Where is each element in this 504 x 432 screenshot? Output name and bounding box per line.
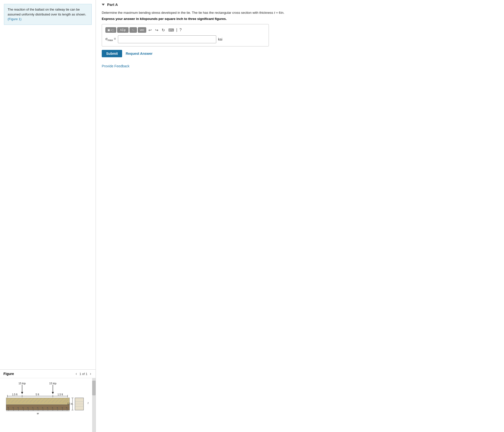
sigma-label: σmax = <box>105 37 116 42</box>
figure-prev-button[interactable]: ‹ <box>75 372 78 376</box>
svg-text:5 ft: 5 ft <box>36 393 39 396</box>
thickness-formula: t <box>274 11 275 14</box>
svg-text:t: t <box>88 402 89 404</box>
unit-label: ksi <box>218 37 222 41</box>
svg-text:15 kip: 15 kip <box>18 382 26 385</box>
question-text-main: Determine the maximum bending stress dev… <box>102 11 273 14</box>
greek-button[interactable]: AΣφ <box>117 27 129 33</box>
undo-icon: ↩ <box>148 28 152 32</box>
svg-text:1.5 ft: 1.5 ft <box>12 393 17 396</box>
redo-button[interactable]: ↪ <box>154 27 159 33</box>
matrix-icon: ▣ <box>107 28 110 32</box>
vec-label: vec <box>140 28 144 32</box>
figure-header: Figure ‹ 1 of 1 › <box>0 370 96 378</box>
refresh-icon: ↻ <box>162 28 165 32</box>
part-header: Part A <box>102 2 498 7</box>
figure-scrollbar-thumb <box>92 381 96 395</box>
answer-container: ▣ √▢ AΣφ ↑↓ vec ↩ ↪ ↻ ⌨ | <box>102 24 269 46</box>
input-row: σmax = ksi <box>105 35 265 43</box>
left-panel: The reaction of the ballast on the railw… <box>0 0 96 432</box>
right-panel: Part A Determine the maximum bending str… <box>96 0 504 432</box>
redo-icon: ↪ <box>155 28 158 32</box>
buttons-row: Submit Request Answer <box>102 50 498 57</box>
figure-canvas: 15 kip 15 kip 1.5 ft <box>0 378 96 432</box>
help-icon: ? <box>179 28 182 32</box>
sqrt-icon: √▢ <box>111 29 114 31</box>
svg-rect-14 <box>6 398 70 405</box>
bold-instruction: Express your answer in kilopounds per sq… <box>102 17 498 21</box>
figure-nav: ‹ 1 of 1 › <box>75 372 92 376</box>
keyboard-button[interactable]: ⌨ <box>167 27 175 33</box>
provide-feedback-link[interactable]: Provide Feedback <box>102 64 130 68</box>
arrows-label: ↑↓ <box>132 28 135 32</box>
svg-text:12 in.: 12 in. <box>67 403 73 405</box>
figure-title: Figure <box>3 372 14 376</box>
svg-text:1.5 ft: 1.5 ft <box>58 393 63 396</box>
greek-label: AΣφ <box>120 28 126 32</box>
part-label: Part A <box>107 2 118 7</box>
figure-next-button[interactable]: › <box>89 372 92 376</box>
vec-button[interactable]: vec <box>138 27 146 33</box>
problem-text-box: The reaction of the ballast on the railw… <box>4 4 92 25</box>
submit-button[interactable]: Submit <box>102 50 122 57</box>
help-button[interactable]: ? <box>178 27 183 33</box>
undo-button[interactable]: ↩ <box>147 27 153 33</box>
svg-text:15 kip: 15 kip <box>49 382 56 385</box>
chevron-down-icon <box>102 4 105 6</box>
figure-svg: 15 kip 15 kip 1.5 ft <box>1 379 95 431</box>
figure-section: Figure ‹ 1 of 1 › 15 kip 15 kip <box>0 369 96 432</box>
figure-link[interactable]: (Figure 1) <box>8 17 21 21</box>
refresh-button[interactable]: ↻ <box>160 27 166 33</box>
answer-input[interactable] <box>118 35 216 43</box>
svg-text:w: w <box>37 412 39 415</box>
question-text: Determine the maximum bending stress dev… <box>102 10 498 15</box>
figure-scrollbar[interactable] <box>92 378 96 432</box>
keyboard-icon: ⌨ <box>168 28 174 32</box>
figure-page: 1 of 1 <box>79 372 87 376</box>
matrix-button[interactable]: ▣ √▢ <box>105 27 116 33</box>
toolbar: ▣ √▢ AΣφ ↑↓ vec ↩ ↪ ↻ ⌨ | <box>105 27 265 33</box>
request-answer-link[interactable]: Request Answer <box>126 52 152 56</box>
pipe-separator: | <box>176 28 177 32</box>
problem-text: The reaction of the ballast on the railw… <box>8 8 86 16</box>
arrows-button[interactable]: ↑↓ <box>130 27 137 33</box>
